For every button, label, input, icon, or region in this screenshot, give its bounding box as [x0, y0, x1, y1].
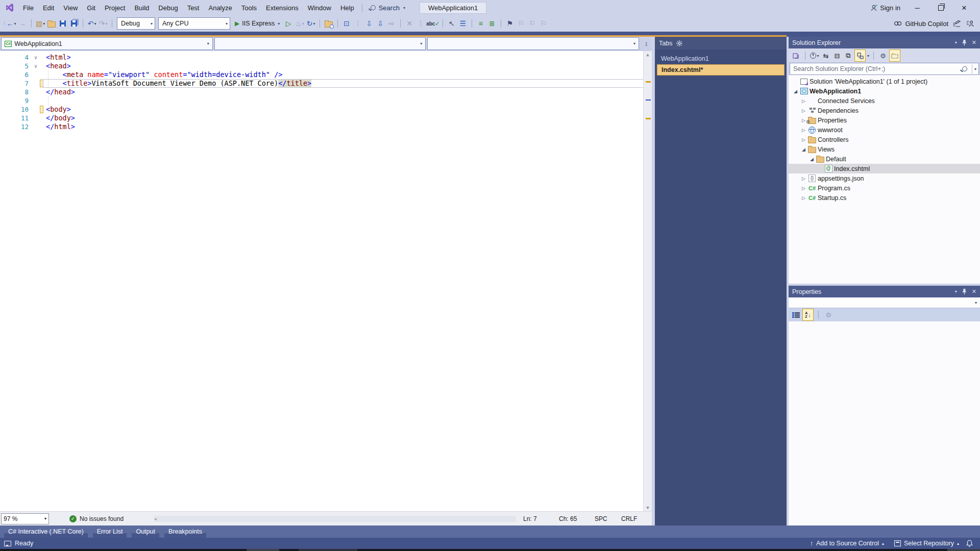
- panel-tab-error-list[interactable]: Error List: [93, 525, 127, 538]
- document-tab-index-cshtml-[interactable]: Index.cshtml*: [657, 64, 785, 76]
- type-dropdown[interactable]: ▾: [214, 37, 426, 50]
- code-line-10[interactable]: 10<body>: [0, 105, 652, 114]
- tree-item-webapplication1[interactable]: ◢WebApplication1: [789, 86, 980, 96]
- chevron-down-icon[interactable]: ▾: [867, 54, 869, 58]
- redo-icon[interactable]: ↷▾: [97, 17, 109, 30]
- code-line-4[interactable]: 4∨<html>: [0, 53, 652, 62]
- select-repository-button[interactable]: Select Repository ▴: [891, 540, 962, 547]
- solution-explorer-header[interactable]: Solution Explorer ▾ ✕: [789, 37, 980, 48]
- menu-help[interactable]: Help: [336, 2, 359, 14]
- preview-window-icon[interactable]: ⊡: [341, 17, 352, 30]
- hot-reload-icon[interactable]: ♨▾: [294, 17, 305, 30]
- code-line-6[interactable]: 6 <meta name="viewport" content="width=d…: [0, 70, 652, 79]
- scroll-down-icon[interactable]: ▼: [646, 504, 649, 511]
- switch-views-icon[interactable]: [791, 50, 801, 61]
- space-mode-indicator[interactable]: SPC: [595, 515, 621, 522]
- search-control[interactable]: Search ▾: [365, 3, 410, 13]
- line-ending-indicator[interactable]: CRLF: [621, 515, 652, 522]
- decrease-indent-icon[interactable]: ≡: [475, 17, 486, 30]
- breakpoint-margin[interactable]: [0, 70, 9, 79]
- spell-check-icon[interactable]: abc✓: [426, 17, 439, 30]
- code-line-5[interactable]: 5∨<head>: [0, 62, 652, 70]
- bookmark-icon[interactable]: ⚑: [504, 17, 516, 30]
- expander-icon[interactable]: ▷: [800, 176, 807, 181]
- menu-analyze[interactable]: Analyze: [204, 2, 236, 14]
- object-selector-combo[interactable]: ▾: [789, 297, 980, 308]
- column-indicator[interactable]: Ch: 65: [559, 515, 595, 522]
- increase-indent-icon[interactable]: ≣: [486, 17, 498, 30]
- next-bookmark-icon[interactable]: ⚐: [527, 17, 538, 30]
- code-line-9[interactable]: 9: [0, 96, 652, 105]
- code-line-8[interactable]: 8</head>: [0, 88, 652, 96]
- breakpoint-margin[interactable]: [0, 53, 9, 62]
- menu-extensions[interactable]: Extensions: [261, 2, 303, 14]
- disabled-icon[interactable]: ✕: [404, 17, 415, 30]
- expander-icon[interactable]: ▷: [800, 108, 807, 113]
- menu-git[interactable]: Git: [82, 2, 100, 14]
- restart-icon[interactable]: ↻▾: [305, 17, 316, 30]
- breakpoint-margin[interactable]: [0, 62, 9, 70]
- horizontal-scrollbar[interactable]: ◂: [154, 516, 516, 522]
- expander-icon[interactable]: ▷: [800, 137, 807, 142]
- panel-tab-c-interactive-net-core-[interactable]: C# Interactive (.NET Core): [4, 525, 88, 538]
- member-dropdown[interactable]: ▾: [427, 37, 639, 50]
- pin-icon[interactable]: [962, 40, 967, 45]
- sign-in-button[interactable]: Sign in: [866, 3, 904, 13]
- breakpoint-margin[interactable]: [0, 96, 9, 105]
- breakpoint-margin[interactable]: [0, 114, 9, 122]
- categorized-icon[interactable]: [791, 309, 801, 320]
- save-icon[interactable]: [57, 17, 68, 30]
- tree-item-dependencies[interactable]: ▷Dependencies: [789, 106, 980, 115]
- code-line-12[interactable]: 12</html>: [0, 122, 652, 131]
- doc-outline-icon[interactable]: ☰: [457, 17, 469, 30]
- code-editor[interactable]: 4∨<html>5∨<head>6 <meta name="viewport" …: [0, 51, 652, 511]
- expander-icon[interactable]: ▷: [800, 186, 807, 191]
- minimize-button[interactable]: ─: [906, 1, 928, 14]
- tree-item-index-cshtml[interactable]: @Index.cshtml: [789, 164, 980, 173]
- tree-item-properties[interactable]: ▷Properties: [789, 115, 980, 125]
- menu-file[interactable]: File: [18, 2, 38, 14]
- debug-configuration-combo[interactable]: Debug▾: [117, 17, 155, 30]
- tree-item-wwwroot[interactable]: ▷wwwroot: [789, 125, 980, 135]
- prev-bookmark-icon[interactable]: ⚐: [516, 17, 527, 30]
- issues-status[interactable]: No issues found: [80, 515, 124, 522]
- fold-gutter[interactable]: ∨: [32, 53, 40, 62]
- close-icon[interactable]: ✕: [972, 288, 976, 295]
- alphabetical-sort-icon[interactable]: AZ↓: [802, 309, 814, 321]
- tree-item-program-cs[interactable]: ▷C#Program.cs: [789, 183, 980, 193]
- zoom-combo[interactable]: 97 % ▾: [1, 513, 49, 524]
- breakpoint-margin[interactable]: [0, 79, 9, 88]
- document-tab-webapplication1[interactable]: WebApplication1: [657, 54, 785, 64]
- share-icon[interactable]: [953, 20, 961, 27]
- forward-icon[interactable]: →: [17, 17, 28, 30]
- feedback-icon[interactable]: [966, 20, 974, 27]
- expander-icon[interactable]: ▷: [800, 195, 807, 201]
- code-line-7[interactable]: 7 <title>VintaSoft Document Viewer Demo …: [0, 79, 652, 88]
- chevron-down-icon[interactable]: ▾: [972, 64, 978, 74]
- property-pages-wrench-icon[interactable]: ⚙: [823, 309, 834, 320]
- solution-name-chip[interactable]: WebApplication1: [420, 2, 486, 14]
- back-icon[interactable]: ←▾: [6, 17, 17, 30]
- toolbar-grip[interactable]: ⁞⁞: [4, 21, 4, 26]
- menu-test[interactable]: Test: [183, 2, 204, 14]
- find-in-files-icon[interactable]: [323, 17, 334, 30]
- platform-combo[interactable]: Any CPU▾: [158, 17, 230, 30]
- menu-build[interactable]: Build: [130, 2, 154, 14]
- scroll-left-icon[interactable]: ◂: [154, 516, 157, 521]
- fold-gutter[interactable]: ∨: [32, 62, 40, 70]
- expander-icon[interactable]: ◢: [792, 89, 799, 94]
- menu-project[interactable]: Project: [100, 2, 130, 14]
- expander-icon[interactable]: ▷: [800, 98, 807, 104]
- code-line-11[interactable]: 11</body>: [0, 114, 652, 122]
- properties-pages-icon[interactable]: ⧉: [843, 50, 853, 61]
- notifications-bell-icon[interactable]: [966, 540, 973, 547]
- tree-item-appsettings-json[interactable]: ▷{}appsettings.json: [789, 173, 980, 183]
- scroll-up-icon[interactable]: ▲: [646, 51, 649, 58]
- clear-bookmark-icon[interactable]: ⚐: [538, 17, 549, 30]
- add-to-source-control-button[interactable]: ↑ Add to Source Control ▴: [807, 540, 887, 547]
- sync-selection-icon[interactable]: ⇆: [821, 50, 831, 61]
- tree-item-startup-cs[interactable]: ▷C#Startup.cs: [789, 193, 980, 203]
- menu-view[interactable]: View: [59, 2, 82, 14]
- tree-item-solution-webapplication1-1-of-1-project-[interactable]: Solution 'WebApplication1' (1 of 1 proje…: [789, 77, 980, 86]
- breakpoint-margin[interactable]: [0, 88, 9, 96]
